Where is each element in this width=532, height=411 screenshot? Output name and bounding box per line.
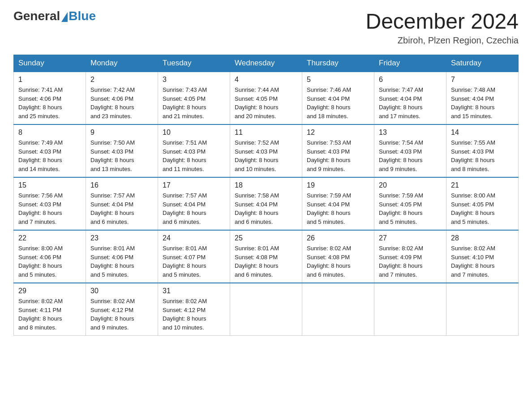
logo-general-text: General bbox=[13, 9, 60, 23]
day-number: 6 bbox=[379, 76, 442, 84]
day-info: Sunrise: 7:59 AMSunset: 4:05 PMDaylight:… bbox=[379, 191, 442, 226]
calendar-cell: 2 Sunrise: 7:42 AMSunset: 4:06 PMDayligh… bbox=[86, 72, 158, 124]
calendar-cell: 30 Sunrise: 8:02 AMSunset: 4:12 PMDaylig… bbox=[86, 283, 158, 336]
logo-triangle-icon bbox=[61, 12, 68, 22]
day-info: Sunrise: 7:42 AMSunset: 4:06 PMDaylight:… bbox=[90, 86, 153, 120]
day-number: 31 bbox=[163, 287, 225, 295]
calendar-cell: 26 Sunrise: 8:02 AMSunset: 4:08 PMDaylig… bbox=[302, 230, 374, 283]
day-header-saturday: Saturday bbox=[446, 55, 519, 72]
day-info: Sunrise: 7:49 AMSunset: 4:03 PMDaylight:… bbox=[18, 138, 81, 173]
day-number: 1 bbox=[18, 76, 81, 84]
day-info: Sunrise: 7:58 AMSunset: 4:04 PMDaylight:… bbox=[235, 191, 297, 226]
day-number: 18 bbox=[235, 181, 297, 189]
week-row-5: 29 Sunrise: 8:02 AMSunset: 4:11 PMDaylig… bbox=[14, 283, 519, 336]
calendar-cell: 13 Sunrise: 7:54 AMSunset: 4:03 PMDaylig… bbox=[374, 124, 446, 177]
calendar-cell: 12 Sunrise: 7:53 AMSunset: 4:03 PMDaylig… bbox=[302, 124, 374, 177]
day-number: 25 bbox=[235, 234, 297, 242]
calendar-cell: 11 Sunrise: 7:52 AMSunset: 4:03 PMDaylig… bbox=[230, 124, 302, 177]
calendar-cell: 29 Sunrise: 8:02 AMSunset: 4:11 PMDaylig… bbox=[14, 283, 86, 336]
day-info: Sunrise: 7:55 AMSunset: 4:03 PMDaylight:… bbox=[451, 138, 514, 173]
day-number: 4 bbox=[235, 76, 297, 84]
month-title: December 2024 bbox=[365, 9, 519, 34]
calendar-cell bbox=[446, 283, 519, 336]
day-header-wednesday: Wednesday bbox=[230, 55, 302, 72]
day-number: 21 bbox=[451, 181, 514, 189]
calendar-cell: 4 Sunrise: 7:44 AMSunset: 4:05 PMDayligh… bbox=[230, 72, 302, 124]
calendar-cell: 6 Sunrise: 7:47 AMSunset: 4:04 PMDayligh… bbox=[374, 72, 446, 124]
day-number: 10 bbox=[163, 128, 225, 137]
calendar-cell bbox=[302, 283, 374, 336]
day-info: Sunrise: 8:00 AMSunset: 4:05 PMDaylight:… bbox=[451, 191, 514, 226]
day-number: 14 bbox=[451, 128, 514, 137]
day-header-tuesday: Tuesday bbox=[158, 55, 230, 72]
day-info: Sunrise: 8:01 AMSunset: 4:08 PMDaylight:… bbox=[235, 244, 297, 279]
day-info: Sunrise: 8:02 AMSunset: 4:08 PMDaylight:… bbox=[307, 244, 369, 279]
week-row-4: 22 Sunrise: 8:00 AMSunset: 4:06 PMDaylig… bbox=[14, 230, 519, 283]
day-info: Sunrise: 8:02 AMSunset: 4:09 PMDaylight:… bbox=[379, 244, 442, 279]
day-number: 28 bbox=[451, 234, 514, 242]
header: General Blue December 2024 Zbiroh, Plzen… bbox=[13, 9, 519, 46]
calendar-cell: 15 Sunrise: 7:56 AMSunset: 4:03 PMDaylig… bbox=[14, 177, 86, 230]
day-number: 7 bbox=[451, 76, 514, 84]
calendar-cell: 16 Sunrise: 7:57 AMSunset: 4:04 PMDaylig… bbox=[86, 177, 158, 230]
calendar-cell: 5 Sunrise: 7:46 AMSunset: 4:04 PMDayligh… bbox=[302, 72, 374, 124]
calendar-cell: 14 Sunrise: 7:55 AMSunset: 4:03 PMDaylig… bbox=[446, 124, 519, 177]
day-info: Sunrise: 7:57 AMSunset: 4:04 PMDaylight:… bbox=[90, 191, 153, 226]
calendar-cell: 7 Sunrise: 7:48 AMSunset: 4:04 PMDayligh… bbox=[446, 72, 519, 124]
calendar-cell: 31 Sunrise: 8:02 AMSunset: 4:12 PMDaylig… bbox=[158, 283, 230, 336]
day-info: Sunrise: 7:50 AMSunset: 4:03 PMDaylight:… bbox=[90, 138, 153, 173]
day-number: 3 bbox=[163, 76, 225, 84]
day-info: Sunrise: 8:02 AMSunset: 4:11 PMDaylight:… bbox=[18, 297, 81, 332]
day-header-thursday: Thursday bbox=[302, 55, 374, 72]
day-number: 9 bbox=[90, 128, 153, 137]
week-row-2: 8 Sunrise: 7:49 AMSunset: 4:03 PMDayligh… bbox=[14, 124, 519, 177]
day-info: Sunrise: 7:53 AMSunset: 4:03 PMDaylight:… bbox=[307, 138, 369, 173]
day-info: Sunrise: 7:41 AMSunset: 4:06 PMDaylight:… bbox=[18, 86, 81, 120]
calendar-cell bbox=[230, 283, 302, 336]
calendar-cell: 22 Sunrise: 8:00 AMSunset: 4:06 PMDaylig… bbox=[14, 230, 86, 283]
calendar-cell: 20 Sunrise: 7:59 AMSunset: 4:05 PMDaylig… bbox=[374, 177, 446, 230]
day-info: Sunrise: 8:02 AMSunset: 4:10 PMDaylight:… bbox=[451, 244, 514, 279]
day-number: 17 bbox=[163, 181, 225, 189]
day-info: Sunrise: 8:02 AMSunset: 4:12 PMDaylight:… bbox=[163, 297, 225, 332]
day-info: Sunrise: 7:54 AMSunset: 4:03 PMDaylight:… bbox=[379, 138, 442, 173]
day-info: Sunrise: 7:52 AMSunset: 4:03 PMDaylight:… bbox=[235, 138, 297, 173]
logo-blue-text: Blue bbox=[69, 9, 96, 23]
calendar-cell: 27 Sunrise: 8:02 AMSunset: 4:09 PMDaylig… bbox=[374, 230, 446, 283]
calendar-cell: 19 Sunrise: 7:59 AMSunset: 4:04 PMDaylig… bbox=[302, 177, 374, 230]
day-number: 20 bbox=[379, 181, 442, 189]
day-info: Sunrise: 7:47 AMSunset: 4:04 PMDaylight:… bbox=[379, 86, 442, 120]
day-info: Sunrise: 8:02 AMSunset: 4:12 PMDaylight:… bbox=[90, 297, 153, 332]
day-number: 15 bbox=[18, 181, 81, 189]
calendar-cell: 8 Sunrise: 7:49 AMSunset: 4:03 PMDayligh… bbox=[14, 124, 86, 177]
day-number: 27 bbox=[379, 234, 442, 242]
day-info: Sunrise: 7:43 AMSunset: 4:05 PMDaylight:… bbox=[163, 86, 225, 120]
day-info: Sunrise: 7:46 AMSunset: 4:04 PMDaylight:… bbox=[307, 86, 369, 120]
day-number: 16 bbox=[90, 181, 153, 189]
day-info: Sunrise: 8:00 AMSunset: 4:06 PMDaylight:… bbox=[18, 244, 81, 279]
day-header-monday: Monday bbox=[86, 55, 158, 72]
calendar-cell: 21 Sunrise: 8:00 AMSunset: 4:05 PMDaylig… bbox=[446, 177, 519, 230]
title-area: December 2024 Zbiroh, Plzen Region, Czec… bbox=[365, 9, 519, 46]
day-number: 2 bbox=[90, 76, 153, 84]
day-info: Sunrise: 7:44 AMSunset: 4:05 PMDaylight:… bbox=[235, 86, 297, 120]
day-number: 26 bbox=[307, 234, 369, 242]
calendar-cell: 1 Sunrise: 7:41 AMSunset: 4:06 PMDayligh… bbox=[14, 72, 86, 124]
day-info: Sunrise: 7:48 AMSunset: 4:04 PMDaylight:… bbox=[451, 86, 514, 120]
week-row-1: 1 Sunrise: 7:41 AMSunset: 4:06 PMDayligh… bbox=[14, 72, 519, 124]
day-number: 23 bbox=[90, 234, 153, 242]
day-number: 19 bbox=[307, 181, 369, 189]
day-number: 22 bbox=[18, 234, 81, 242]
day-info: Sunrise: 7:51 AMSunset: 4:03 PMDaylight:… bbox=[163, 138, 225, 173]
day-number: 5 bbox=[307, 76, 369, 84]
day-info: Sunrise: 7:57 AMSunset: 4:04 PMDaylight:… bbox=[163, 191, 225, 226]
day-number: 30 bbox=[90, 287, 153, 295]
day-number: 13 bbox=[379, 128, 442, 137]
day-header-friday: Friday bbox=[374, 55, 446, 72]
calendar-cell: 17 Sunrise: 7:57 AMSunset: 4:04 PMDaylig… bbox=[158, 177, 230, 230]
day-number: 8 bbox=[18, 128, 81, 137]
calendar-cell: 18 Sunrise: 7:58 AMSunset: 4:04 PMDaylig… bbox=[230, 177, 302, 230]
calendar-cell: 3 Sunrise: 7:43 AMSunset: 4:05 PMDayligh… bbox=[158, 72, 230, 124]
calendar-table: SundayMondayTuesdayWednesdayThursdayFrid… bbox=[13, 55, 519, 336]
day-info: Sunrise: 8:01 AMSunset: 4:06 PMDaylight:… bbox=[90, 244, 153, 279]
